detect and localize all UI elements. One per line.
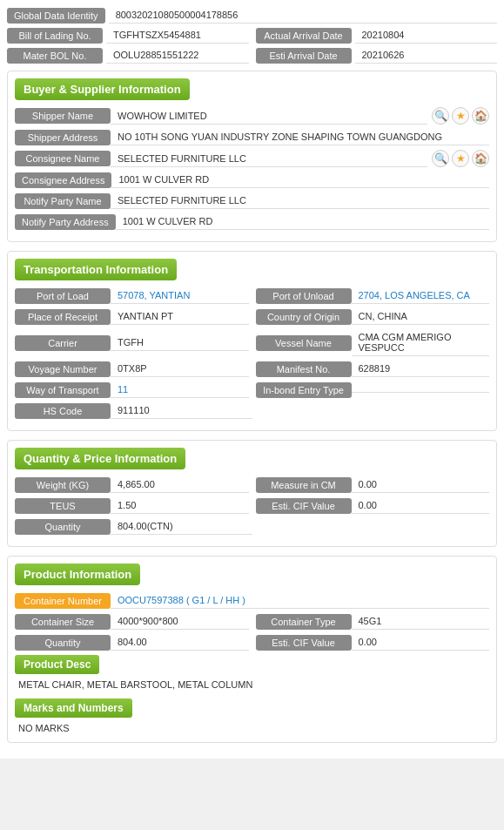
voyage-value: 0TX8P (111, 361, 249, 377)
measure-label: Measure in CM (256, 477, 352, 493)
place-receipt-pair: Place of Receipt YANTIAN PT (15, 308, 249, 325)
port-load-pair: Port of Load 57078, YANTIAN (15, 287, 249, 304)
consignee-name-label: Consignee Name (15, 151, 111, 166)
search-icon-consignee[interactable]: 🔍 (432, 150, 449, 167)
shipper-name-row: Shipper Name WOWHOW LIMITED 🔍 ★ 🏠 (15, 107, 489, 125)
home-icon-consignee[interactable]: 🏠 (472, 150, 489, 167)
notify-party-address-label: Notify Party Address (15, 214, 116, 230)
container-size-pair: Container Size 4000*900*800 (15, 613, 249, 630)
notify-party-name-row: Notify Party Name SELECTED FURNITURE LLC (15, 192, 489, 209)
esti-arrival-label: Esti Arrival Date (256, 48, 352, 64)
star-icon[interactable]: ★ (452, 107, 469, 125)
place-receipt-value: YANTIAN PT (111, 308, 249, 325)
star-icon-consignee[interactable]: ★ (452, 150, 469, 167)
product-quantity-value: 804.00 (111, 634, 249, 651)
quantity-price-header: Quantity & Price Information (15, 448, 489, 476)
page: Global Data Identity 8003202108050000417… (0, 0, 504, 759)
transport-value: 11 (111, 381, 249, 398)
home-icon[interactable]: 🏠 (472, 107, 489, 125)
global-data-identity-value: 80032021080500004178856 (109, 7, 497, 24)
mater-bol-pair: Mater BOL No. OOLU28851551222 (7, 47, 249, 64)
hscode-value: 911110 (111, 402, 252, 419)
voyage-label: Voyage Number (15, 361, 111, 377)
product-quantity-label: Quantity (15, 635, 111, 651)
search-icon[interactable]: 🔍 (432, 107, 449, 125)
bill-of-lading-label: Bill of Lading No. (7, 28, 103, 44)
container-size-value: 4000*900*800 (111, 613, 249, 630)
voyage-manifest-row: Voyage Number 0TX8P Manifest No. 628819 (15, 361, 489, 377)
inbond-pair: In-bond Entry Type (256, 382, 490, 398)
actual-arrival-pair: Actual Arrival Date 20210804 (256, 27, 498, 44)
transportation-header: Transportation Information (15, 259, 489, 287)
marks-value: NO MARKS (15, 721, 489, 735)
container-number-value: OOCU7597388 ( G1 / L / HH ) (111, 592, 489, 609)
product-quantity-cif-row: Quantity 804.00 Esti. CIF Value 0.00 (15, 634, 489, 651)
shipper-name-label: Shipper Name (15, 108, 111, 124)
consignee-address-row: Consignee Address 1001 W CULVER RD (15, 172, 489, 188)
shipper-address-row: Shipper Address NO 10TH SONG YUAN INDUST… (15, 129, 489, 145)
vessel-value: CMA CGM AMERIGO VESPUCC (352, 329, 490, 356)
bill-of-lading-value: TGFHTSZX5454881 (106, 27, 249, 44)
quantity-value: 804.00(CTN) (111, 518, 252, 535)
weight-value: 4,865.00 (111, 476, 249, 493)
hscode-row: HS Code 911110 (15, 402, 489, 419)
identity-section: Global Data Identity 8003202108050000417… (7, 7, 497, 64)
container-number-button[interactable]: Container Number (15, 593, 111, 609)
receipt-origin-row: Place of Receipt YANTIAN PT Country of O… (15, 308, 489, 325)
notify-party-address-value: 1001 W CULVER RD (116, 213, 489, 230)
esti-cif-value: 0.00 (352, 497, 490, 514)
product-section: Product Information Container Number OOC… (7, 556, 497, 743)
product-desc-button[interactable]: Product Desc (15, 655, 99, 674)
consignee-name-row: Consignee Name SELECTED FURNITURE LLC 🔍 … (15, 150, 489, 167)
marks-and-numbers-button[interactable]: Marks and Numbers (15, 698, 132, 718)
teus-cif-row: TEUS 1.50 Esti. CIF Value 0.00 (15, 497, 489, 514)
esti-cif-label: Esti. CIF Value (256, 498, 352, 514)
quantity-pair: Quantity 804.00(CTN) (15, 518, 252, 535)
product-title: Product Information (15, 563, 140, 585)
product-desc-value: METAL CHAIR, METAL BARSTOOL, METAL COLUM… (15, 678, 489, 692)
port-unload-label: Port of Unload (256, 288, 352, 304)
transport-inbond-row: Way of Transport 11 In-bond Entry Type (15, 381, 489, 398)
port-load-value: 57078, YANTIAN (111, 287, 249, 304)
weight-label: Weight (KG) (15, 477, 111, 493)
teus-label: TEUS (15, 498, 111, 514)
bill-of-lading-pair: Bill of Lading No. TGFHTSZX5454881 (7, 27, 249, 44)
hscode-label: HS Code (15, 403, 111, 419)
port-unload-value: 2704, LOS ANGELES, CA (352, 287, 490, 304)
mater-bol-value: OOLU28851551222 (106, 47, 249, 64)
esti-arrival-value: 20210626 (355, 47, 498, 64)
manifest-value: 628819 (352, 361, 490, 377)
hscode-pair: HS Code 911110 (15, 402, 252, 419)
transport-label: Way of Transport (15, 382, 111, 398)
product-esti-cif-value: 0.00 (352, 634, 490, 651)
consignee-name-icons: 🔍 ★ 🏠 (432, 150, 489, 167)
transport-pair: Way of Transport 11 (15, 381, 249, 398)
product-quantity-pair: Quantity 804.00 (15, 634, 249, 651)
consignee-address-value: 1001 W CULVER RD (111, 172, 489, 188)
port-unload-pair: Port of Unload 2704, LOS ANGELES, CA (256, 287, 490, 304)
transportation-title: Transportation Information (15, 259, 177, 280)
actual-arrival-value: 20210804 (355, 27, 498, 44)
teus-pair: TEUS 1.50 (15, 497, 249, 514)
notify-party-name-value: SELECTED FURNITURE LLC (111, 192, 489, 209)
notify-party-address-row: Notify Party Address 1001 W CULVER RD (15, 213, 489, 230)
shipper-name-value: WOWHOW LIMITED (111, 108, 427, 125)
actual-arrival-label: Actual Arrival Date (256, 28, 352, 44)
vessel-label: Vessel Name (256, 335, 352, 351)
manifest-label: Manifest No. (256, 361, 352, 377)
carrier-vessel-row: Carrier TGFH Vessel Name CMA CGM AMERIGO… (15, 329, 489, 356)
carrier-value: TGFH (111, 334, 249, 351)
vessel-pair: Vessel Name CMA CGM AMERIGO VESPUCC (256, 329, 490, 356)
mater-bol-row: Mater BOL No. OOLU28851551222 Esti Arriv… (7, 47, 497, 64)
teus-value: 1.50 (111, 497, 249, 514)
measure-value: 0.00 (352, 476, 490, 493)
product-header: Product Information (15, 563, 489, 592)
buyer-supplier-title: Buyer & Supplier Information (15, 78, 190, 100)
quantity-price-title: Quantity & Price Information (15, 448, 185, 469)
shipper-address-value: NO 10TH SONG YUAN INDUSTRY ZONE SHAPING … (111, 129, 489, 145)
esti-cif-pair: Esti. CIF Value 0.00 (256, 497, 490, 514)
inbond-label: In-bond Entry Type (256, 382, 352, 398)
container-size-label: Container Size (15, 614, 111, 630)
quantity-label: Quantity (15, 519, 111, 535)
port-row: Port of Load 57078, YANTIAN Port of Unlo… (15, 287, 489, 304)
